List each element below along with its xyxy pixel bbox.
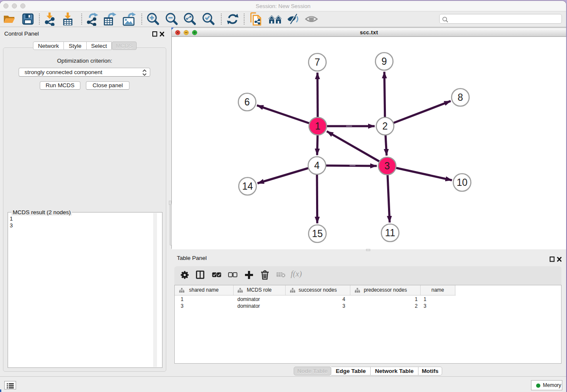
svg-text:15: 15 <box>312 228 323 239</box>
svg-text:14: 14 <box>242 181 253 192</box>
svg-text:7: 7 <box>315 57 320 68</box>
svg-text:1: 1 <box>315 121 321 132</box>
svg-text:10: 10 <box>457 177 468 188</box>
svg-text:11: 11 <box>385 227 395 238</box>
svg-text:4: 4 <box>314 160 320 171</box>
svg-text:2: 2 <box>383 121 388 132</box>
svg-text:9: 9 <box>382 56 387 67</box>
svg-text:8: 8 <box>458 92 463 103</box>
svg-text:3: 3 <box>385 160 390 171</box>
svg-text:6: 6 <box>245 97 250 108</box>
